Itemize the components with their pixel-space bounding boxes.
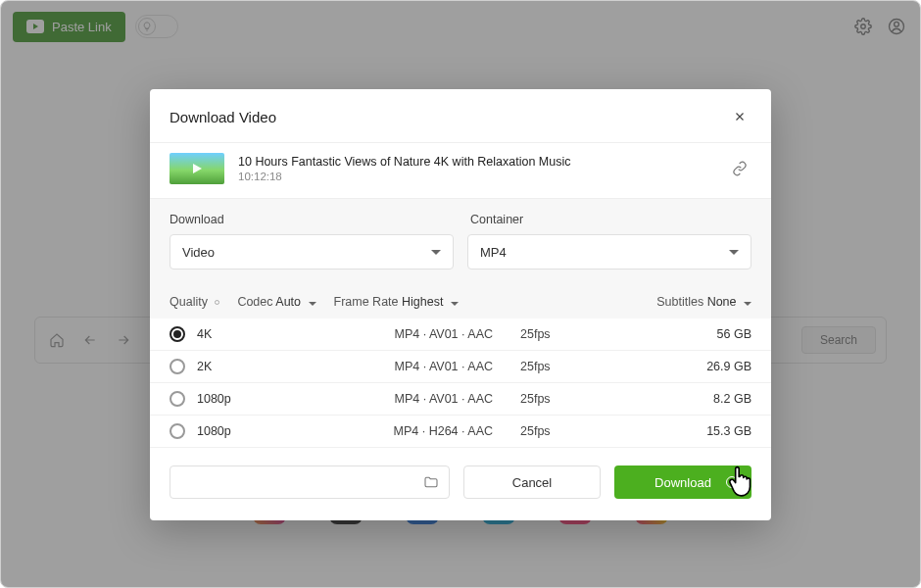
quality-size: 15.3 GB — [585, 424, 751, 438]
chevron-down-icon — [729, 250, 739, 255]
filter-row: Quality Codec Auto Frame Rate Highest Su… — [150, 287, 771, 318]
download-indicator-icon — [726, 476, 738, 488]
download-type-label: Download — [170, 213, 451, 226]
radio-icon — [170, 326, 185, 342]
quality-size: 26.9 GB — [585, 360, 751, 373]
quality-label: 4K — [197, 327, 334, 341]
quality-fps: 25fps — [505, 424, 573, 438]
modal-overlay: Download Video 10 Hours Fantastic Views … — [1, 1, 920, 587]
quality-label: 2K — [197, 360, 334, 373]
video-title: 10 Hours Fantastic Views of Nature 4K wi… — [238, 155, 714, 169]
modal-header: Download Video — [150, 89, 771, 142]
chevron-down-icon — [744, 302, 751, 306]
close-button[interactable] — [728, 105, 751, 128]
quality-filter[interactable]: Quality — [170, 295, 219, 309]
download-video-modal: Download Video 10 Hours Fantastic Views … — [150, 89, 771, 520]
quality-fps: 25fps — [505, 360, 573, 373]
subtitles-filter[interactable]: Subtitles None — [656, 295, 751, 309]
quality-row[interactable]: 1080pMP4 · AV01 · AAC25fps8.2 GB — [150, 383, 771, 416]
quality-fps: 25fps — [505, 392, 573, 406]
container-label: Container — [470, 213, 751, 226]
video-thumbnail — [170, 153, 224, 184]
modal-footer: Cancel Download — [150, 448, 771, 520]
quality-row[interactable]: 1080pMP4 · H264 · AAC25fps15.3 GB — [150, 416, 771, 448]
modal-title: Download Video — [170, 109, 728, 125]
quality-label: 1080p — [197, 424, 334, 438]
quality-row[interactable]: 2KMP4 · AV01 · AAC25fps26.9 GB — [150, 351, 771, 383]
folder-icon — [423, 474, 439, 490]
quality-label: 1080p — [197, 392, 334, 406]
container-select[interactable]: MP4 — [467, 234, 751, 270]
download-type-select[interactable]: Video — [170, 234, 454, 270]
download-button[interactable]: Download — [614, 466, 751, 499]
chevron-down-icon — [451, 302, 459, 306]
radio-icon — [170, 391, 185, 407]
quality-codec: MP4 · AV01 · AAC — [346, 327, 493, 341]
download-button-label: Download — [654, 475, 711, 490]
chevron-down-icon — [431, 250, 441, 255]
quality-codec: MP4 · H264 · AAC — [346, 424, 493, 438]
video-info-row: 10 Hours Fantastic Views of Nature 4K wi… — [150, 142, 771, 199]
format-section: Download Container Video MP4 — [150, 199, 771, 287]
quality-codec: MP4 · AV01 · AAC — [346, 360, 493, 373]
framerate-filter[interactable]: Frame Rate Highest — [334, 295, 459, 309]
codec-filter[interactable]: Codec Auto — [237, 295, 315, 309]
quality-row[interactable]: 4KMP4 · AV01 · AAC25fps56 GB — [150, 318, 771, 351]
quality-list: 4KMP4 · AV01 · AAC25fps56 GB2KMP4 · AV01… — [150, 318, 771, 448]
radio-icon — [170, 359, 185, 374]
info-icon — [215, 300, 219, 305]
quality-codec: MP4 · AV01 · AAC — [346, 392, 493, 406]
copy-link-button[interactable] — [728, 157, 751, 180]
quality-fps: 25fps — [505, 327, 573, 341]
quality-size: 56 GB — [585, 327, 751, 341]
close-icon — [733, 110, 747, 123]
download-type-value: Video — [182, 245, 215, 260]
link-icon — [732, 161, 748, 176]
radio-icon — [170, 423, 185, 439]
chevron-down-icon — [309, 302, 316, 306]
cancel-button[interactable]: Cancel — [463, 466, 601, 499]
download-path-input[interactable] — [170, 466, 450, 499]
container-value: MP4 — [480, 245, 507, 260]
video-duration: 10:12:18 — [238, 171, 714, 182]
quality-size: 8.2 GB — [585, 392, 751, 406]
